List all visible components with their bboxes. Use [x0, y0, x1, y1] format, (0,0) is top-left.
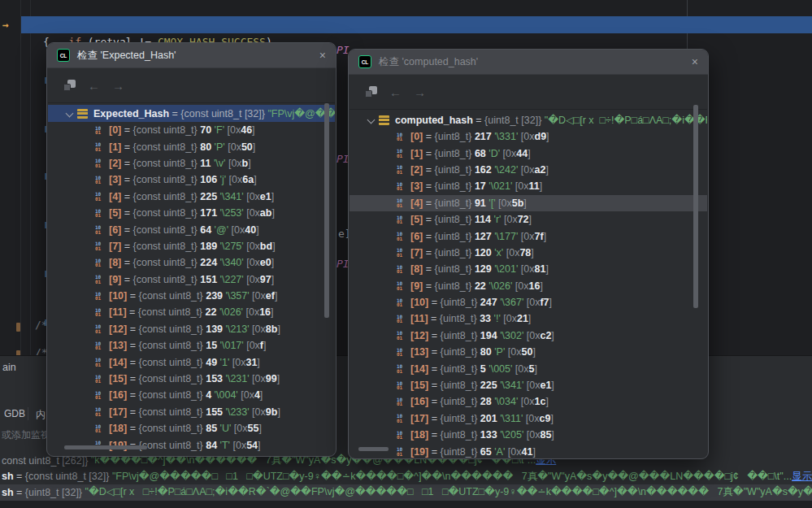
- array-element-row[interactable]: 1001[18] = {uint8_t} 133 '\205' [0x85]: [350, 427, 707, 443]
- array-element-row[interactable]: 1001[15] = {uint8_t} 225 '\341' [0xe1]: [350, 377, 707, 393]
- equals-sign: =: [127, 389, 138, 401]
- array-element-row[interactable]: 1001[18] = {const uint8_t} 85 'U' [0x55]: [48, 420, 335, 436]
- add-watch-hint[interactable]: 或添加监视: [2, 428, 50, 442]
- root-value-preview: "�D◁□[r x □÷!�P□á□ΛA□;�i��R�'...: [545, 114, 707, 126]
- element-index: [3]: [109, 174, 121, 185]
- hex-bracket-close: ]: [252, 124, 254, 136]
- element-char-value: '\004': [211, 389, 241, 401]
- array-element-row[interactable]: 1001[11] = {uint8_t} 33 '!' [0x21]: [350, 310, 707, 327]
- forward-arrow-icon[interactable]: →: [112, 79, 124, 93]
- binary-icon: 1001: [394, 414, 405, 423]
- equals-sign: =: [127, 290, 138, 302]
- element-type: {uint8_t}: [440, 396, 480, 407]
- element-char-value: 'P': [211, 141, 228, 153]
- element-type: {const uint8_t}: [138, 440, 206, 451]
- array-element-row[interactable]: 1001[8] = {const uint8_t} 224 '\340' [0x…: [48, 254, 335, 271]
- hex-bracket-open: [0x: [498, 198, 512, 209]
- array-element-row[interactable]: 1001[7] = {uint8_t} 120 'x' [0x78]: [350, 245, 707, 261]
- horizontal-scrollbar[interactable]: [64, 445, 147, 449]
- array-element-row[interactable]: 1001[12] = {const uint8_t} 139 '\213' [0…: [48, 321, 335, 337]
- array-element-row[interactable]: 1001[10] = {uint8_t} 247 '\367' [0xf7]: [350, 294, 707, 310]
- copy-icon[interactable]: [365, 86, 377, 98]
- element-type: {const uint8_t}: [133, 174, 201, 185]
- inspect-dialog-computed-hash[interactable]: CL 检查 'computed_hash' × ← → computed_has…: [348, 49, 709, 459]
- close-icon[interactable]: ×: [692, 56, 698, 67]
- array-element-row[interactable]: 1001[4] = {const uint8_t} 225 '\341' [0x…: [48, 189, 335, 205]
- dialog-titlebar[interactable]: CL 检查 'Expected_Hash' ×: [47, 43, 336, 68]
- array-element-row[interactable]: 1001[0] = {uint8_t} 217 '\331' [0xd9]: [350, 128, 707, 145]
- element-decimal-value: 189: [200, 241, 217, 252]
- back-arrow-icon[interactable]: ←: [389, 85, 402, 99]
- close-icon[interactable]: ×: [319, 50, 326, 61]
- copy-icon[interactable]: [63, 80, 76, 91]
- dialog-title: 检查 'computed_hash': [379, 55, 478, 69]
- array-element-row[interactable]: 1001[14] = {uint8_t} 5 '\005' [0x5]: [350, 360, 707, 376]
- array-element-row[interactable]: 1001[11] = {const uint8_t} 22 '\026' [0x…: [48, 304, 335, 320]
- tab-memory[interactable]: 内: [36, 408, 46, 422]
- session-tab-main[interactable]: ain: [2, 362, 16, 373]
- hex-bracket-open: [0x: [245, 306, 259, 318]
- array-element-row[interactable]: 1001[13] = {const uint8_t} 15 '\017' [0x…: [48, 337, 335, 354]
- array-element-row[interactable]: 1001[10] = {const uint8_t} 239 '\357' [0…: [48, 288, 335, 304]
- element-hex-value: 85: [540, 429, 551, 441]
- array-element-row[interactable]: 1001[6] = {const uint8_t} 64 '@' [0x40]: [48, 221, 335, 237]
- forward-arrow-icon[interactable]: →: [414, 85, 426, 99]
- dialog-titlebar[interactable]: CL 检查 'computed_hash' ×: [349, 50, 708, 75]
- equals-sign: =: [121, 257, 132, 268]
- array-element-row[interactable]: 1001[16] = {const uint8_t} 4 '\004' [0x4…: [48, 387, 335, 403]
- vertical-scrollbar[interactable]: [324, 103, 329, 318]
- element-index: [15]: [410, 380, 428, 391]
- variable-value: "FP\vj�@�����□ □1 □�UTZ□�y-9♀��∸k����□�^…: [112, 470, 792, 484]
- hex-bracket-close: ]: [258, 440, 260, 451]
- tab-gdb[interactable]: GDB: [4, 408, 25, 419]
- array-element-row[interactable]: 1001[17] = {const uint8_t} 155 '\233' [0…: [48, 404, 335, 420]
- variable-row[interactable]: sh = {const uint8_t [32]} "FP\vj�@�����□…: [0, 469, 812, 485]
- array-element-row[interactable]: 1001[12] = {uint8_t} 194 '\302' [0xc2]: [350, 328, 707, 344]
- tree-root-row[interactable]: Expected_Hash = {const uint8_t [32]} "FP…: [48, 105, 335, 122]
- array-element-row[interactable]: 1001[19] = {uint8_t} 65 'A' [0x41]: [350, 443, 707, 458]
- back-arrow-icon[interactable]: ←: [88, 79, 100, 93]
- element-hex-value: 31: [245, 357, 257, 368]
- array-element-row[interactable]: 1001[5] = {uint8_t} 114 'r' [0x72]: [350, 211, 707, 228]
- element-index: [13]: [410, 346, 428, 358]
- array-element-row[interactable]: 1001[14] = {const uint8_t} 49 '1' [0x31]: [48, 354, 335, 370]
- element-hex-value: 1c: [535, 396, 546, 407]
- element-hex-value: e1: [540, 380, 551, 391]
- element-decimal-value: 65: [480, 446, 492, 458]
- array-element-row[interactable]: 1001[3] = {const uint8_t} 106 'j' [0x6a]: [48, 172, 335, 188]
- inspect-dialog-expected-hash[interactable]: CL 检查 'Expected_Hash' × ← → Expected_Has…: [46, 42, 337, 457]
- array-element-row[interactable]: 1001[7] = {const uint8_t} 189 '\275' [0x…: [48, 238, 335, 254]
- element-type: {const uint8_t}: [133, 141, 201, 153]
- chevron-down-icon[interactable]: [63, 105, 77, 122]
- vertical-scrollbar[interactable]: [693, 105, 698, 308]
- array-element-row[interactable]: 1001[2] = {uint8_t} 162 '\242' [0xa2]: [350, 162, 707, 178]
- array-element-row[interactable]: 1001[15] = {const uint8_t} 153 '\231' [0…: [48, 371, 335, 387]
- array-element-row[interactable]: 1001[3] = {uint8_t} 17 '\021' [0x11]: [350, 178, 707, 194]
- show-link[interactable]: 显示: [792, 470, 812, 484]
- variable-row[interactable]: sh = {uint8_t [32]} "�D◁□[r x □÷!�P□á□ΛA…: [0, 484, 812, 501]
- array-element-row[interactable]: 1001[17] = {uint8_t} 201 '\311' [0xc9]: [350, 410, 707, 427]
- array-element-row[interactable]: 1001[9] = {const uint8_t} 151 '\227' [0x…: [48, 271, 335, 288]
- array-element-row[interactable]: 1001[0] = {const uint8_t} 70 'F' [0x46]: [48, 122, 335, 138]
- chevron-down-icon[interactable]: [365, 111, 379, 128]
- array-element-row[interactable]: 1001[4] = {uint8_t} 91 '[' [0x5b]: [350, 195, 707, 211]
- binary-icon: 1001: [394, 431, 405, 440]
- element-char-value: '\357': [223, 290, 252, 302]
- array-element-row[interactable]: 1001[2] = {const uint8_t} 11 '\v' [0xb]: [48, 155, 335, 172]
- element-decimal-value: 194: [480, 330, 497, 341]
- binary-icon: 1001: [394, 364, 405, 373]
- array-element-row[interactable]: 1001[6] = {uint8_t} 127 '\177' [0x7f]: [350, 228, 707, 244]
- array-element-row[interactable]: 1001[13] = {uint8_t} 80 'P' [0x50]: [350, 344, 707, 360]
- array-element-row[interactable]: 1001[5] = {const uint8_t} 171 '\253' [0x…: [48, 205, 335, 221]
- array-element-row[interactable]: 1001[16] = {uint8_t} 28 '\034' [0x1c]: [350, 393, 707, 410]
- tree-root-row[interactable]: computed_hash = {uint8_t [32]} "�D◁□[r x…: [350, 111, 707, 128]
- array-element-row[interactable]: 1001[8] = {uint8_t} 129 '\201' [0x81]: [350, 261, 707, 277]
- hex-bracket-open: [0x: [508, 446, 522, 458]
- element-index: [1]: [109, 141, 121, 153]
- array-element-row[interactable]: 1001[1] = {uint8_t} 68 'D' [0x44]: [350, 145, 707, 161]
- array-element-row[interactable]: 1001[1] = {const uint8_t} 80 'P' [0x50]: [48, 138, 335, 154]
- array-element-row[interactable]: 1001[9] = {uint8_t} 22 '\026' [0x16]: [350, 278, 707, 294]
- horizontal-scrollbar[interactable]: [358, 447, 389, 451]
- element-hex-value: 97: [260, 274, 271, 285]
- hex-bracket-open: [0x: [228, 124, 241, 136]
